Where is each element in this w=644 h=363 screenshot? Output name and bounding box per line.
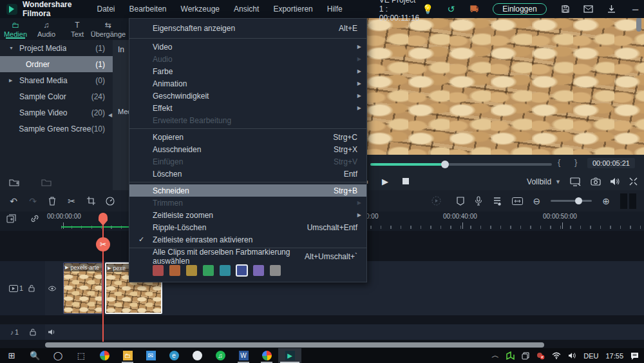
menu-item-animation[interactable]: Animation▶ <box>129 77 366 90</box>
download-icon[interactable] <box>603 3 620 15</box>
feedback-mail-icon[interactable] <box>580 3 597 15</box>
menubar-item-werkzeuge[interactable]: Werkzeuge <box>174 0 227 18</box>
mark-in-button[interactable]: { <box>558 157 560 167</box>
timeline-clip-0[interactable]: ▶pexels-arte <box>63 262 102 314</box>
snapshot-camera-icon[interactable] <box>591 177 601 186</box>
menu-item-video[interactable]: Video▶ <box>129 41 366 53</box>
manage-tracks-icon[interactable] <box>6 214 16 223</box>
taskbar-chrome-icon[interactable] <box>93 348 116 363</box>
track-size-toggle[interactable] <box>620 193 636 209</box>
preview-progress-bar[interactable] <box>370 163 552 166</box>
menu-item-effekt[interactable]: Effekt▶ <box>129 102 366 114</box>
menu-item-löschen[interactable]: LöschenEntf <box>129 168 366 180</box>
library-item-sample-green-screen[interactable]: Sample Green Screen(10) <box>0 121 113 137</box>
fullscreen-dropdown[interactable]: Vollbild▼ <box>527 177 561 186</box>
video-preview[interactable] <box>367 18 644 155</box>
taskbar-mail-icon[interactable]: ✉ <box>139 348 162 363</box>
tray-volume-icon[interactable] <box>568 352 576 359</box>
menubar-item-exportieren[interactable]: Exportieren <box>266 0 319 18</box>
color-swatch-3[interactable] <box>203 265 214 276</box>
color-swatch-1[interactable] <box>169 265 180 276</box>
taskbar-start-icon[interactable]: ⊞ <box>0 348 23 363</box>
marker-shield-icon[interactable] <box>457 197 464 206</box>
lock-icon[interactable] <box>28 284 35 292</box>
tray-status-icon[interactable] <box>536 351 545 360</box>
vertical-scrollbar[interactable] <box>636 17 641 32</box>
display-device-icon[interactable] <box>570 177 582 186</box>
taskbar-taskview-icon[interactable]: ⬚ <box>70 348 93 363</box>
timeline-zoom-slider[interactable] <box>551 200 592 202</box>
stop-button[interactable] <box>402 177 409 186</box>
fit-timeline-icon[interactable] <box>512 197 523 205</box>
library-item-project-media[interactable]: ▼Project Media(1) <box>0 40 113 56</box>
preview-progress-handle[interactable] <box>441 161 449 168</box>
menu-item-alle-clips-mit-derselben-farbmarkierung-auswählen[interactable]: Alle Clips mit derselben Farbmarkierung … <box>129 250 366 262</box>
color-swatch-5[interactable] <box>236 265 247 276</box>
crop-icon[interactable] <box>81 197 100 205</box>
zoom-out-icon[interactable]: ⊖ <box>533 196 541 206</box>
render-preview-icon[interactable] <box>427 196 446 206</box>
zoom-in-icon[interactable]: ⊕ <box>602 196 610 206</box>
taskbar-word-icon[interactable]: W <box>232 348 255 363</box>
split-scissors-icon[interactable]: ✂ <box>62 196 81 206</box>
horizontal-scrollbar[interactable] <box>0 342 644 348</box>
menu-item-schneiden[interactable]: SchneidenStrg+B <box>129 184 366 197</box>
save-icon[interactable] <box>557 3 574 15</box>
eye-icon[interactable] <box>48 286 57 291</box>
color-swatch-0[interactable] <box>153 265 164 276</box>
clock[interactable]: 17:55 <box>605 352 623 360</box>
volume-icon[interactable] <box>610 177 620 186</box>
tips-bulb-icon[interactable]: 💡 <box>419 3 436 15</box>
menu-item-zeitleiste-zoomen[interactable]: Zeitleiste zoomen▶ <box>129 209 366 221</box>
library-item-sample-color[interactable]: Sample Color(24) <box>0 88 113 104</box>
speed-icon[interactable] <box>100 197 120 206</box>
audio-track-lane[interactable] <box>45 324 644 340</box>
mark-out-button[interactable]: } <box>574 157 577 167</box>
tab-medien[interactable]: 🗀Medien <box>0 18 31 40</box>
menubar-item-datei[interactable]: Datei <box>90 0 122 18</box>
library-item-sample-video[interactable]: Sample Video(20) <box>0 104 113 121</box>
library-item-shared-media[interactable]: ▶Shared Media(0) <box>0 72 113 88</box>
audio-lock-icon[interactable] <box>30 328 36 336</box>
taskbar-phone-icon[interactable] <box>185 348 209 363</box>
taskbar-chrome2-icon[interactable] <box>255 348 278 363</box>
new-folder-icon[interactable] <box>9 178 19 186</box>
color-swatch-6[interactable] <box>253 265 264 276</box>
horizontal-scrollbar-thumb[interactable] <box>45 342 544 348</box>
undo-icon[interactable]: ↶ <box>4 196 23 206</box>
taskbar-filmora-icon[interactable]: ▶ <box>278 348 301 363</box>
redo-icon[interactable]: ↷ <box>23 196 43 206</box>
play-button[interactable]: ▶ <box>382 177 388 186</box>
language-indicator[interactable]: DEU <box>583 352 598 360</box>
menubar-item-ansicht[interactable]: Ansicht <box>227 0 266 18</box>
color-swatch-7[interactable] <box>270 265 281 276</box>
tray-app-green-icon[interactable] <box>506 351 515 360</box>
delete-icon[interactable] <box>43 197 62 206</box>
link-clips-icon[interactable] <box>30 214 39 223</box>
menu-item-ripple-löschen[interactable]: Ripple-LöschenUmschalt+Entf <box>129 221 366 233</box>
minimize-button[interactable]: ─ <box>627 2 644 16</box>
expand-preview-icon[interactable] <box>629 177 638 186</box>
delete-folder-icon[interactable] <box>41 178 52 186</box>
menubar-item-hilfe[interactable]: Hilfe <box>320 0 350 18</box>
menu-item-geschwindigkeit[interactable]: Geschwindigkeit▶ <box>129 90 366 102</box>
panel-collapse-icon[interactable]: ◀ <box>108 112 112 118</box>
taskbar-search-icon[interactable]: 🔍 <box>23 348 46 363</box>
menu-item-ausschneiden[interactable]: AusschneidenStrg+X <box>129 143 366 155</box>
menu-item-kopieren[interactable]: KopierenStrg+C <box>129 131 366 143</box>
tab-text[interactable]: TText <box>62 18 93 40</box>
color-swatch-2[interactable] <box>186 265 197 276</box>
wifi-icon[interactable] <box>552 352 561 359</box>
notification-center-icon[interactable] <box>630 352 639 360</box>
taskbar-spotify-icon[interactable]: ♫ <box>209 348 232 363</box>
mute-speaker-icon[interactable] <box>48 329 55 335</box>
color-swatch-4[interactable] <box>220 265 231 276</box>
playhead-line[interactable] <box>102 213 104 342</box>
tab-audio[interactable]: ♫Audio <box>31 18 62 40</box>
login-button[interactable]: Einloggen <box>493 3 546 15</box>
sync-icon[interactable]: ↺ <box>442 3 459 15</box>
library-item-ordner[interactable]: Ordner(1) <box>0 56 113 72</box>
tray-chevron-up-icon[interactable]: ︿ <box>491 350 499 361</box>
taskbar-edge-icon[interactable]: e <box>162 348 185 363</box>
menu-item-eigenschaften-anzeigen[interactable]: Eigenschaften anzeigenAlt+E <box>129 21 366 36</box>
